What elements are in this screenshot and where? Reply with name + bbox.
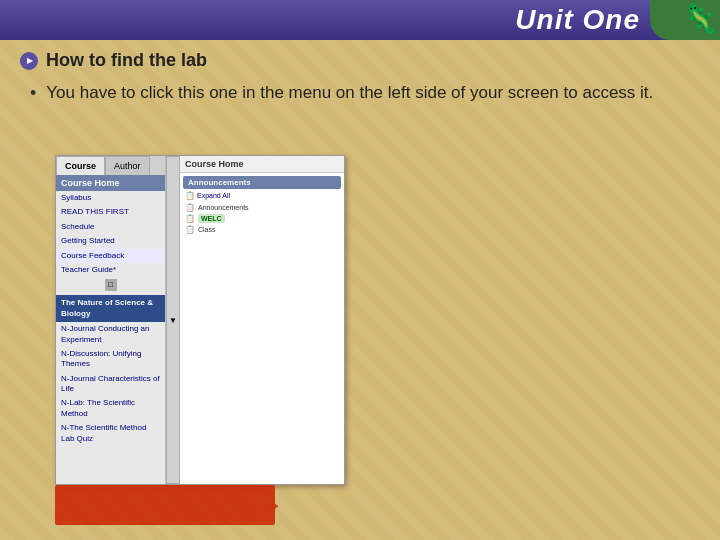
sidebar-wrapper: Course Author Course Home Syllabus READ …: [56, 156, 180, 484]
announcement-icon-welcome: 📋: [185, 214, 195, 223]
sidebar-item-syllabus[interactable]: Syllabus: [56, 191, 165, 205]
announcement-text-1: Announcements: [198, 204, 249, 211]
bullet-dot: •: [30, 81, 36, 106]
lms-main: Course Home Announcements Expand All 📋 A…: [180, 156, 344, 484]
page: Unit One How to find the lab • You have …: [0, 0, 720, 540]
class-label: Class: [198, 226, 216, 233]
announcement-icon-class: 📋: [185, 225, 195, 234]
tab-course[interactable]: Course: [56, 156, 105, 175]
announcement-item-class: 📋 Class: [180, 224, 344, 235]
red-arrow-highlight: [55, 485, 275, 525]
sidebar-item-n-journal-exp[interactable]: N-Journal Conducting an Experiment: [56, 322, 165, 347]
sidebar-header: Course Home: [56, 175, 165, 191]
announcements-bar: Announcements: [183, 176, 341, 189]
heading-bullet-icon: [20, 52, 38, 70]
scroll-indicator: □: [105, 279, 117, 291]
expand-all-text: Expand All: [197, 192, 230, 199]
sidebar-item-n-lab[interactable]: N-Lab: The Scientific Method: [56, 396, 165, 421]
announcement-icon-1: 📋: [185, 203, 195, 212]
lms-screenshot: Course Author Course Home Syllabus READ …: [55, 155, 345, 485]
page-title: Unit One: [515, 4, 640, 36]
welcome-label: WELC: [198, 214, 225, 223]
sidebar-item-getting-started[interactable]: Getting Started: [56, 234, 165, 248]
sidebar-item-course-feedback[interactable]: Course Feedback: [56, 249, 165, 263]
sidebar-tabs: Course Author: [56, 156, 165, 175]
sidebar-scroll: Syllabus READ THIS FIRST Schedule Gettin…: [56, 191, 165, 484]
tab-author[interactable]: Author: [105, 156, 150, 175]
sidebar-section-nature: The Nature of Science & Biology: [56, 295, 165, 322]
sidebar-item-teacher-guide[interactable]: Teacher Guide*: [56, 263, 165, 277]
heading-section: How to find the lab: [20, 50, 700, 71]
sidebar-item-read-first[interactable]: READ THIS FIRST: [56, 205, 165, 219]
bullet-text: You have to click this one in the menu o…: [46, 81, 653, 106]
sidebar-scroll-btn[interactable]: ▼: [166, 156, 180, 484]
section-heading: How to find the lab: [46, 50, 207, 71]
expand-all-link[interactable]: Expand All: [180, 189, 344, 202]
main-header: Course Home: [180, 156, 344, 173]
lms-sidebar: Course Author Course Home Syllabus READ …: [56, 156, 166, 484]
lizard-decoration: [650, 0, 720, 40]
header-bar: Unit One: [0, 0, 720, 40]
sidebar-item-n-discussion[interactable]: N-Discussion: Unifying Themes: [56, 347, 165, 372]
bullet-point: • You have to click this one in the menu…: [30, 81, 700, 106]
sidebar-item-schedule[interactable]: Schedule: [56, 220, 165, 234]
content-area: How to find the lab • You have to click …: [20, 50, 700, 106]
sidebar-item-n-journal-life[interactable]: N-Journal Characteristics of Life: [56, 372, 165, 397]
announcement-item-welcome: 📋 WELC: [180, 213, 344, 224]
sidebar-item-n-method-quiz[interactable]: N-The Scientific Method Lab Quiz: [56, 421, 165, 446]
announcement-item-1: 📋 Announcements: [180, 202, 344, 213]
